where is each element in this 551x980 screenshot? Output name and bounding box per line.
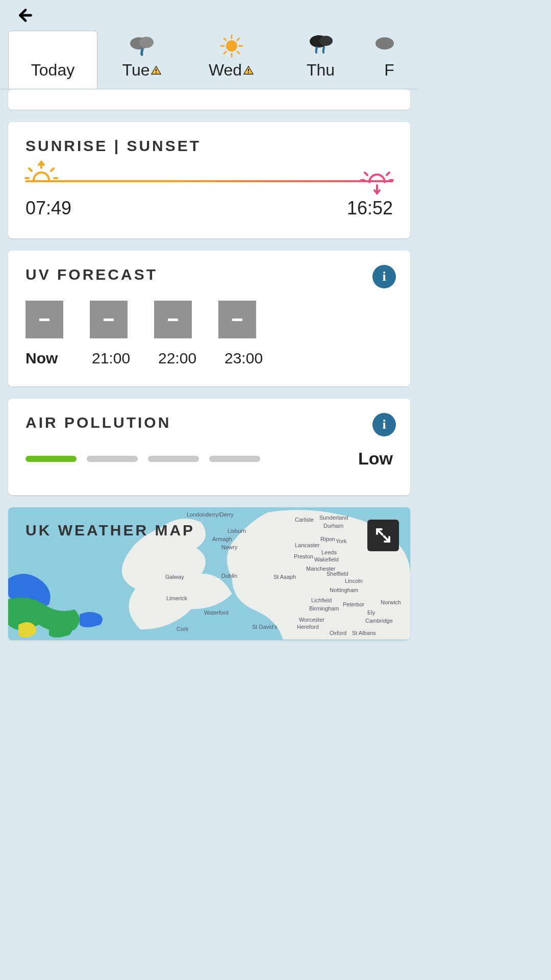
tab-label: Tue (122, 61, 162, 80)
uv-time: 23:00 (224, 350, 271, 367)
uv-box (26, 301, 63, 338)
uv-forecast-card: UV FORECAST i Now 21:00 22:00 23:00 (8, 251, 410, 386)
svg-rect-14 (248, 72, 249, 73)
uv-times: Now 21:00 22:00 23:00 (26, 350, 393, 367)
air-level: Low (358, 449, 393, 469)
uv-boxes (26, 301, 393, 338)
svg-point-1 (139, 37, 154, 48)
uk-weather-map-card[interactable]: UK WEATHER MAP Londonderry/Derry Lisburn… (8, 507, 410, 640)
uv-time: 21:00 (92, 350, 139, 367)
storm-cloud-icon (306, 34, 336, 58)
svg-line-27 (387, 173, 389, 175)
sun-icon (216, 34, 247, 58)
tab-fri[interactable]: F (365, 31, 403, 89)
uv-box (218, 301, 256, 338)
svg-line-21 (29, 168, 32, 171)
card-title: UV FORECAST (26, 266, 393, 283)
card-title: UK WEATHER MAP (26, 522, 195, 539)
air-pollution-bars: Low (26, 449, 393, 469)
day-tabs: Today Tue Wed Thu F (0, 31, 418, 89)
warning-icon (243, 65, 254, 76)
sunrise-icon (23, 159, 59, 182)
rain-cloud-icon (127, 34, 158, 58)
svg-rect-2 (156, 69, 157, 71)
sun-path-line (26, 180, 393, 182)
svg-line-9 (224, 38, 226, 40)
uv-time: 22:00 (158, 350, 205, 367)
tab-tue[interactable]: Tue (97, 31, 187, 89)
air-bar (148, 456, 199, 462)
svg-rect-3 (156, 72, 157, 73)
card-title: SUNRISE | SUNSET (26, 137, 393, 155)
svg-rect-13 (248, 69, 249, 71)
uv-box (90, 301, 128, 338)
svg-point-4 (226, 40, 237, 52)
expand-button[interactable] (367, 520, 399, 551)
svg-line-26 (365, 173, 367, 175)
sunrise-sunset-card: SUNRISE | SUNSET 07:49 16:52 (8, 122, 410, 238)
tab-label: Today (31, 61, 74, 80)
svg-line-22 (51, 168, 54, 171)
rain-cloud-icon (372, 34, 403, 58)
card-title: AIR POLLUTION (26, 414, 393, 431)
tab-thu[interactable]: Thu (276, 31, 365, 89)
tab-today[interactable]: Today (8, 31, 97, 89)
info-button[interactable]: i (372, 413, 396, 436)
back-button[interactable] (15, 5, 36, 26)
expand-icon (374, 526, 392, 545)
info-button[interactable]: i (372, 265, 396, 288)
tab-label: Wed (209, 61, 254, 80)
spacer-card (8, 89, 410, 110)
sunset-icon (359, 171, 395, 200)
svg-point-17 (375, 37, 394, 50)
svg-point-16 (319, 36, 333, 46)
tab-label: F (384, 61, 394, 80)
air-pollution-card: AIR POLLUTION i Low (8, 399, 410, 495)
sunset-time: 16:52 (347, 198, 393, 219)
tab-wed[interactable]: Wed (187, 31, 276, 89)
sunrise-time: 07:49 (26, 198, 71, 219)
svg-line-12 (237, 38, 239, 40)
air-bar (209, 456, 260, 462)
svg-line-10 (237, 52, 239, 54)
svg-line-11 (224, 52, 226, 54)
uv-box (154, 301, 192, 338)
uv-time: Now (26, 350, 72, 367)
air-bar (87, 456, 138, 462)
air-bar (26, 456, 77, 462)
warning-icon (151, 65, 162, 76)
tab-label: Thu (307, 61, 335, 80)
